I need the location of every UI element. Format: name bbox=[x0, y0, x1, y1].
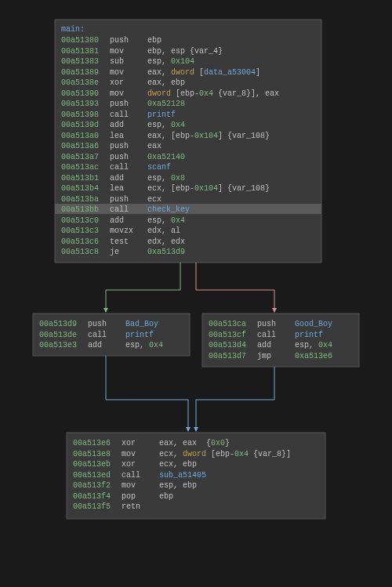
asm-line[interactable]: 00a513accallscanf bbox=[61, 163, 171, 172]
asm-line[interactable]: 00a513c3movzxedx, al bbox=[61, 226, 180, 235]
asm-line[interactable]: 00a51390movdword [ebp-0x4 {var_8}], eax bbox=[61, 89, 279, 98]
asm-line[interactable]: 00a513c6testedx, edx bbox=[61, 237, 185, 246]
asm-line[interactable]: 00a513e3addesp, 0x4 bbox=[39, 341, 163, 350]
asm-line[interactable]: 00a513f5retn bbox=[73, 502, 140, 511]
asm-line[interactable]: 00a513ebxorecx, ebp bbox=[73, 460, 197, 469]
block-main[interactable]: main: 00a51380pushebp00a51381movebp, esp… bbox=[55, 20, 321, 263]
block-good-boy[interactable]: 00a513capushGood_Boy00a513cfcallprintf00… bbox=[202, 313, 359, 367]
asm-line[interactable]: 00a513capushGood_Boy bbox=[209, 320, 332, 328]
asm-line[interactable]: 00a513c0addesp, 0x4 bbox=[61, 216, 185, 225]
block-bad-boy[interactable]: 00a513d9pushBad_Boy00a513decallprintf00a… bbox=[33, 313, 190, 356]
cfg-canvas[interactable]: main: 00a51380pushebp00a51381movebp, esp… bbox=[0, 0, 392, 587]
asm-line[interactable]: 00a513cfcallprintf bbox=[209, 331, 323, 339]
asm-line[interactable]: 00a513e8movecx, dword [ebp-0x4 {var_8}] bbox=[73, 450, 291, 458]
asm-line[interactable]: 00a513b1addesp, 0x8 bbox=[61, 174, 185, 183]
edge-left-down bbox=[106, 356, 188, 431]
asm-line[interactable]: 00a513a0leaeax, [ebp-0x104] {var_108} bbox=[61, 132, 270, 140]
asm-line[interactable]: 00a51393push0xa52128 bbox=[61, 100, 185, 108]
asm-line[interactable]: 00a513bbcallcheck_key bbox=[61, 205, 190, 214]
edge-true bbox=[106, 263, 180, 312]
block-epilogue[interactable]: 00a513e6xoreax, eax {0x0}00a513e8movecx,… bbox=[67, 433, 325, 519]
asm-line[interactable]: 00a5139daddesp, 0x4 bbox=[61, 121, 185, 129]
asm-line[interactable]: 00a513f2movesp, ebp bbox=[73, 481, 197, 490]
asm-line[interactable]: 00a513d4addesp, 0x4 bbox=[209, 341, 332, 350]
asm-line[interactable]: 00a513edcallsub_a51405 bbox=[73, 471, 206, 480]
asm-line[interactable]: 00a5138exoreax, ebp bbox=[61, 78, 185, 87]
asm-line[interactable]: 00a51398callprintf bbox=[61, 111, 176, 119]
asm-line[interactable]: 00a513decallprintf bbox=[39, 331, 154, 339]
edge-right-down bbox=[196, 367, 274, 431]
asm-line[interactable]: 00a513a7push0xa52140 bbox=[61, 153, 185, 161]
asm-line[interactable]: 00a513d7jmp0xa513e6 bbox=[209, 352, 332, 361]
edge-false bbox=[196, 263, 274, 312]
asm-line[interactable]: 00a513b4leaecx, [ebp-0x104] {var_108} bbox=[61, 184, 270, 193]
asm-line[interactable]: 00a513d9pushBad_Boy bbox=[39, 320, 158, 328]
main-label: main: bbox=[61, 25, 85, 34]
asm-line[interactable]: 00a51389moveax, dword [data_a53004] bbox=[61, 68, 260, 77]
